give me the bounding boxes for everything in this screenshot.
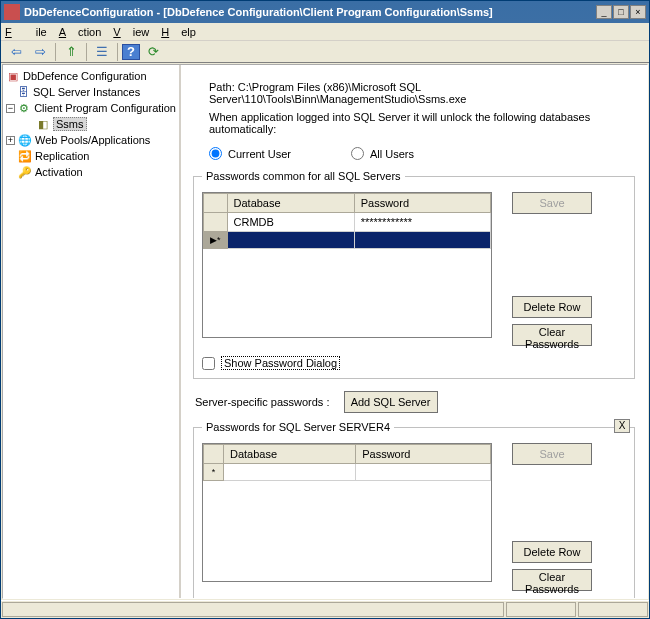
replication-icon: 🔁 bbox=[18, 149, 32, 163]
grid-header-row: Database Password bbox=[204, 194, 491, 213]
status-cell-2 bbox=[506, 602, 576, 617]
app-small-icon: ◧ bbox=[36, 117, 50, 131]
clear-passwords-button-2[interactable]: Clear Passwords bbox=[512, 569, 592, 591]
fieldset-common-legend: Passwords common for all SQL Servers bbox=[202, 170, 405, 182]
menu-action[interactable]: Action bbox=[59, 26, 102, 38]
titlebar: DbDefenceConfiguration - [DbDefence Conf… bbox=[1, 1, 649, 23]
fieldset-common-passwords: Passwords common for all SQL Servers Dat… bbox=[193, 170, 635, 379]
app-window: DbDefenceConfiguration - [DbDefence Conf… bbox=[0, 0, 650, 619]
radio-all-users[interactable]: All Users bbox=[351, 147, 414, 160]
menu-view[interactable]: View bbox=[113, 26, 149, 38]
cell-password-new[interactable] bbox=[354, 232, 490, 249]
menu-help[interactable]: Help bbox=[161, 26, 196, 38]
nav-tree[interactable]: ▣ DbDefence Configuration 🗄 SQL Server I… bbox=[3, 65, 181, 598]
toolbar: ⇦ ⇨ ⇑ ☰ ? ⟳ bbox=[1, 41, 649, 63]
maximize-button[interactable]: □ bbox=[613, 5, 629, 19]
grid-common[interactable]: Database Password CRMDB ************ ▶* bbox=[202, 192, 492, 338]
fieldset-server-legend: Passwords for SQL Server SERVER4 bbox=[202, 421, 394, 433]
tree-sql-instances[interactable]: 🗄 SQL Server Instances bbox=[6, 84, 176, 100]
delete-row-button[interactable]: Delete Row bbox=[512, 296, 592, 318]
nav-forward-button[interactable]: ⇨ bbox=[29, 42, 51, 62]
grid-corner bbox=[204, 194, 228, 213]
cell-database-new[interactable] bbox=[227, 232, 354, 249]
radio-current-user[interactable]: Current User bbox=[209, 147, 291, 160]
grid-empty-area bbox=[203, 249, 491, 337]
fieldset-close-button[interactable]: X bbox=[614, 419, 630, 433]
save-button[interactable]: Save bbox=[512, 192, 592, 214]
close-button[interactable]: × bbox=[630, 5, 646, 19]
row-new-indicator: ▶* bbox=[204, 232, 228, 249]
expand-icon[interactable]: + bbox=[6, 136, 15, 145]
collapse-icon[interactable]: − bbox=[6, 104, 15, 113]
gear-icon: ⚙ bbox=[18, 101, 31, 115]
delete-row-button-2[interactable]: Delete Row bbox=[512, 541, 592, 563]
status-cell-main bbox=[2, 602, 504, 617]
tree-replication[interactable]: 🔁 Replication bbox=[6, 148, 176, 164]
show-tree-button[interactable]: ☰ bbox=[91, 42, 113, 62]
col2-password[interactable]: Password bbox=[356, 445, 491, 464]
col-password[interactable]: Password bbox=[354, 194, 490, 213]
grid2-buttons: Save Delete Row Clear Passwords bbox=[512, 443, 592, 591]
add-sql-server-button[interactable]: Add SQL Server bbox=[344, 391, 438, 413]
database-icon: 🗄 bbox=[16, 85, 30, 99]
key-icon: 🔑 bbox=[18, 165, 32, 179]
table-row-new-2[interactable]: * bbox=[204, 464, 491, 481]
row-new-indicator-2: * bbox=[204, 464, 224, 481]
content-pane: Path: C:\Program Files (x86)\Microsoft S… bbox=[181, 65, 647, 598]
nav-back-button[interactable]: ⇦ bbox=[5, 42, 27, 62]
unlock-description: When application logged into SQL Server … bbox=[209, 111, 635, 135]
server-specific-label: Server-specific passwords : bbox=[195, 396, 330, 408]
row-header[interactable] bbox=[204, 213, 228, 232]
menu-file[interactable]: File bbox=[5, 26, 47, 38]
tree-activation[interactable]: 🔑 Activation bbox=[6, 164, 176, 180]
grid-server[interactable]: Database Password * bbox=[202, 443, 492, 582]
path-label: Path: C:\Program Files (x86)\Microsoft S… bbox=[209, 81, 635, 105]
col2-database[interactable]: Database bbox=[224, 445, 356, 464]
save-button-2[interactable]: Save bbox=[512, 443, 592, 465]
cell-password[interactable]: ************ bbox=[354, 213, 490, 232]
grid1-buttons: Save Delete Row Clear Passwords bbox=[512, 192, 592, 346]
table-row-new[interactable]: ▶* bbox=[204, 232, 491, 249]
cell2-password[interactable] bbox=[356, 464, 491, 481]
grid2-empty-area bbox=[203, 481, 491, 581]
grid2-header-row: Database Password bbox=[204, 445, 491, 464]
status-cell-3 bbox=[578, 602, 648, 617]
nav-up-button[interactable]: ⇑ bbox=[60, 42, 82, 62]
window-buttons: _ □ × bbox=[596, 5, 646, 19]
server-specific-row: Server-specific passwords : Add SQL Serv… bbox=[195, 391, 635, 413]
fieldset-server-passwords: Passwords for SQL Server SERVER4 X Datab… bbox=[193, 421, 635, 598]
radio-all-users-input[interactable] bbox=[351, 147, 364, 160]
show-password-label[interactable]: Show Password Dialog bbox=[221, 356, 340, 370]
tree-selected-label: Ssms bbox=[53, 117, 87, 131]
app-icon bbox=[4, 4, 20, 20]
minimize-button[interactable]: _ bbox=[596, 5, 612, 19]
col-database[interactable]: Database bbox=[227, 194, 354, 213]
shield-icon: ▣ bbox=[6, 69, 20, 83]
tree-web-pools[interactable]: + 🌐 Web Pools/Applications bbox=[6, 132, 176, 148]
scope-radios: Current User All Users bbox=[209, 147, 635, 160]
show-password-row: Show Password Dialog bbox=[202, 356, 626, 370]
table-row[interactable]: CRMDB ************ bbox=[204, 213, 491, 232]
clear-passwords-button[interactable]: Clear Passwords bbox=[512, 324, 592, 346]
body: ▣ DbDefence Configuration 🗄 SQL Server I… bbox=[2, 64, 648, 599]
cell2-database[interactable] bbox=[224, 464, 356, 481]
cell-database[interactable]: CRMDB bbox=[227, 213, 354, 232]
refresh-button[interactable]: ⟳ bbox=[142, 42, 164, 62]
tree-root[interactable]: ▣ DbDefence Configuration bbox=[6, 68, 176, 84]
tree-client-config[interactable]: − ⚙ Client Program Configuration bbox=[6, 100, 176, 116]
radio-current-user-input[interactable] bbox=[209, 147, 222, 160]
globe-icon: 🌐 bbox=[18, 133, 32, 147]
statusbar bbox=[1, 600, 649, 618]
menubar: File Action View Help bbox=[1, 23, 649, 41]
grid2-corner bbox=[204, 445, 224, 464]
show-password-checkbox[interactable] bbox=[202, 357, 215, 370]
tree-ssms[interactable]: ◧ Ssms bbox=[6, 116, 176, 132]
window-title: DbDefenceConfiguration - [DbDefence Conf… bbox=[24, 6, 596, 18]
help-button[interactable]: ? bbox=[122, 44, 140, 60]
